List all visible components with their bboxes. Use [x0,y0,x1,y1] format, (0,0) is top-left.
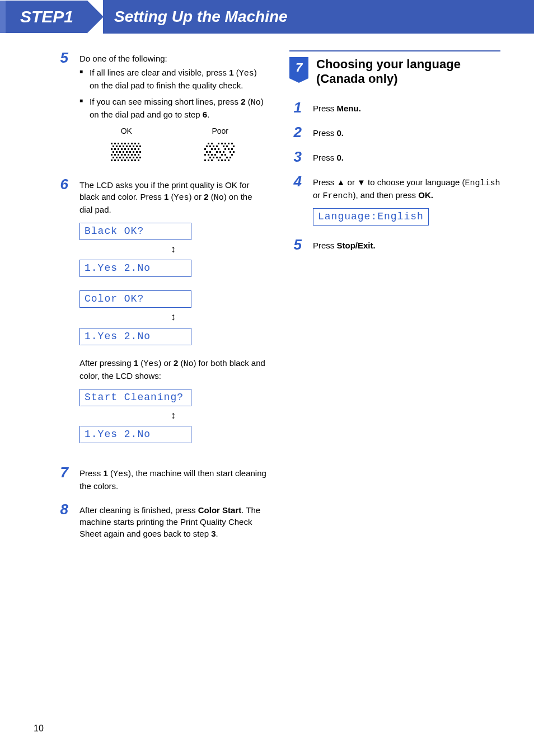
svg-rect-50 [129,157,131,158]
svg-rect-11 [119,145,121,147]
step-number: 2 [289,125,302,139]
text: ( [108,468,113,478]
text: Press [313,177,337,187]
text: After pressing [79,358,134,368]
key-1: 1 [134,358,138,368]
zero-key: 0. [337,153,344,162]
svg-rect-69 [231,143,233,144]
ok-swatch-icon [110,142,143,164]
svg-rect-9 [113,145,114,147]
svg-rect-110 [228,159,229,161]
text: or [313,190,323,200]
key-1: 1 [164,192,168,201]
svg-rect-76 [233,145,235,147]
right-step-4-text: Press ▲ or ▼ to choose your language (En… [313,176,500,202]
svg-rect-30 [123,151,124,153]
svg-rect-43 [134,154,136,156]
svg-rect-3 [121,143,123,144]
svg-rect-24 [131,148,133,150]
svg-rect-64 [211,143,213,144]
text: Press Menu. [313,100,500,114]
section-header: 7 Choosing your language (Canada only) [289,57,500,87]
svg-rect-94 [214,154,216,156]
svg-rect-93 [211,154,213,156]
step-7: 7 Press 1 (Yes), the machine will then s… [56,465,267,492]
svg-rect-56 [118,159,119,161]
svg-rect-103 [229,157,231,158]
svg-rect-0 [111,143,113,144]
key-1: 1 [229,68,233,77]
text: ( [138,358,143,368]
svg-rect-26 [138,148,139,150]
updown-icon: ↕ [79,243,267,257]
svg-rect-35 [139,151,141,153]
lcd-start-cleaning: Start Cleaning? [79,389,191,406]
svg-rect-85 [209,151,211,153]
svg-rect-100 [216,157,218,158]
zero-key: 0. [337,128,344,138]
svg-rect-55 [114,159,116,161]
svg-rect-54 [111,159,113,161]
text: ) or [189,192,204,201]
text: or [345,177,357,187]
svg-rect-53 [139,157,141,158]
svg-rect-36 [111,154,113,156]
step-5-bullet-2: If you can see missing short lines, pres… [79,96,267,120]
svg-rect-40 [124,154,126,156]
svg-rect-38 [118,154,119,156]
svg-rect-34 [136,151,138,153]
svg-rect-32 [129,151,131,153]
svg-rect-31 [126,151,128,153]
text: ( [245,97,250,106]
svg-rect-10 [116,145,118,147]
svg-rect-108 [221,159,223,161]
text: If you can see missing short lines, pres… [90,97,241,106]
svg-rect-79 [214,148,216,150]
svg-rect-58 [124,159,126,161]
svg-rect-96 [224,154,226,156]
page-number: 10 [34,724,44,734]
step-number: 5 [289,237,302,252]
menu-key: Menu. [337,104,361,113]
step-number: 6 [56,177,68,191]
mono-french: French [323,191,353,201]
svg-rect-98 [209,157,211,158]
right-step-2: 2 Press 0. [289,125,500,139]
svg-rect-14 [129,145,131,147]
quality-ok: OK [110,126,143,167]
right-step-5: 5 Press Stop/Exit. [289,237,500,252]
down-arrow-icon: ▼ [357,177,366,187]
svg-rect-52 [136,157,138,158]
svg-rect-41 [128,154,129,156]
updown-icon: ↕ [79,311,267,325]
svg-rect-99 [213,157,214,158]
svg-rect-109 [224,159,226,161]
svg-rect-37 [114,154,116,156]
svg-rect-33 [133,151,134,153]
svg-rect-51 [133,157,134,158]
text: Press [313,241,337,250]
svg-rect-63 [208,143,209,144]
svg-rect-102 [226,157,228,158]
ok-key: OK. [418,190,433,200]
svg-rect-72 [213,145,214,147]
svg-rect-39 [121,154,123,156]
svg-rect-77 [204,148,206,150]
svg-rect-106 [211,159,213,161]
svg-rect-83 [231,148,233,150]
svg-rect-65 [218,143,219,144]
svg-rect-84 [206,151,208,153]
section-number: 7 [289,57,308,78]
right-step-3: 3 Press 0. [289,149,500,164]
mono-yes: Yes [113,469,128,479]
svg-rect-73 [216,145,218,147]
svg-rect-17 [139,145,141,147]
svg-rect-78 [211,148,213,150]
right-column: 7 Choosing your language (Canada only) 1… [289,50,500,550]
lcd-color-ok: Color OK? [79,290,191,308]
svg-rect-90 [233,151,235,153]
text: Press [313,153,337,162]
right-step-4: 4 Press ▲ or ▼ to choose your language (… [289,174,500,227]
arrow-right-icon [87,0,104,34]
text: Press 0. [313,125,500,139]
